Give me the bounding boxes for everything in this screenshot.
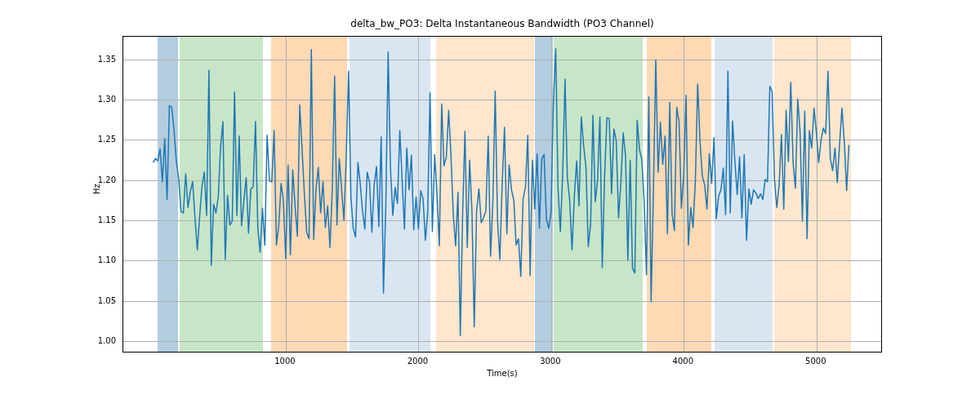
y-tick-label: 1.30 <box>93 95 116 104</box>
line-series <box>123 37 881 352</box>
y-tick-label: 1.10 <box>93 255 116 264</box>
x-tick-label: 2000 <box>408 357 428 366</box>
plot-area <box>122 36 882 353</box>
y-tick-label: 1.35 <box>93 54 116 63</box>
chart-title: delta_bw_PO3: Delta Instantaneous Bandwi… <box>122 18 882 29</box>
y-tick-label: 1.00 <box>93 336 116 345</box>
y-axis-label: Hz <box>92 184 101 194</box>
x-tick-label: 4000 <box>673 357 693 366</box>
y-tick-label: 1.25 <box>93 135 116 144</box>
x-tick-label: 3000 <box>540 357 560 366</box>
line-path <box>153 49 849 336</box>
x-tick-label: 1000 <box>274 357 295 366</box>
y-tick-label: 1.20 <box>93 175 116 184</box>
figure: delta_bw_PO3: Delta Instantaneous Bandwi… <box>0 0 980 408</box>
x-axis-label: Time(s) <box>122 369 882 378</box>
y-tick-label: 1.05 <box>93 295 116 304</box>
y-tick-label: 1.15 <box>93 215 116 224</box>
x-tick-label: 5000 <box>805 357 826 366</box>
